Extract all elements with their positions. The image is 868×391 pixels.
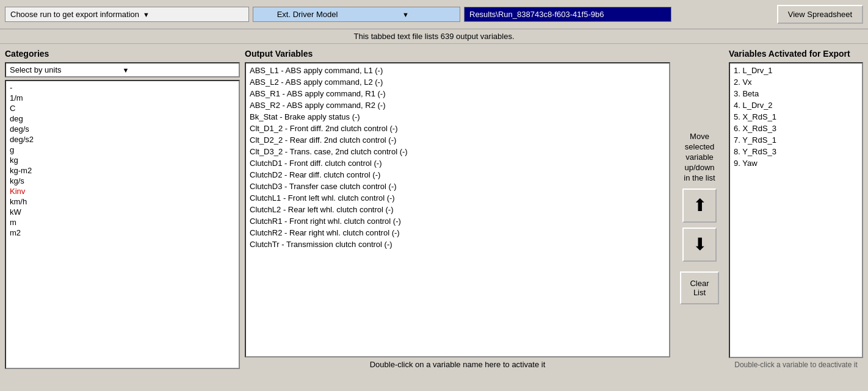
model-select-dropdown[interactable]: Ext. Driver Model ▼ xyxy=(253,7,460,22)
output-variables-title: Output Variables xyxy=(245,49,670,59)
list-item[interactable]: ClutchL2 - Rear left whl. clutch control… xyxy=(246,204,669,215)
down-arrow-icon: ⬇ xyxy=(693,234,707,254)
list-item[interactable]: ABS_R2 - ABS apply command, R2 (-) xyxy=(246,99,669,111)
list-item[interactable]: Kinv xyxy=(6,186,239,196)
info-bar: This tabbed text file lists 639 output v… xyxy=(0,29,868,44)
list-item[interactable]: deg/s xyxy=(6,124,239,134)
units-select-label: Select by units xyxy=(10,65,123,74)
list-item[interactable]: 9. Yaw xyxy=(730,157,862,169)
list-item[interactable]: ClutchTr - Transmission clutch control (… xyxy=(246,239,669,250)
export-variables-panel: Variables Activated for Export 1. L_Drv_… xyxy=(729,49,863,369)
list-item[interactable]: 1. L_Drv_1 xyxy=(730,65,862,76)
main-area: Categories Select by units ▼ -1/mCdegdeg… xyxy=(0,44,868,374)
list-item[interactable]: C xyxy=(6,103,239,113)
run-select-dropdown[interactable]: Choose run to get export information ▼ xyxy=(5,7,249,22)
list-item[interactable]: ClutchL1 - Front left whl. clutch contro… xyxy=(246,192,669,204)
list-item[interactable]: kg xyxy=(6,155,239,165)
list-item[interactable]: kW xyxy=(6,207,239,217)
list-item[interactable]: m xyxy=(6,217,239,228)
export-variables-list[interactable]: 1. L_Drv_12. Vx3. Beta4. L_Drv_25. X_RdS… xyxy=(729,62,863,358)
list-item[interactable]: 7. Y_RdS_1 xyxy=(730,134,862,146)
list-item[interactable]: m2 xyxy=(6,228,239,238)
categories-panel: Categories Select by units ▼ -1/mCdegdeg… xyxy=(5,49,240,369)
list-item[interactable]: 6. X_RdS_3 xyxy=(730,123,862,134)
list-item[interactable]: kg-m2 xyxy=(6,165,239,176)
list-item[interactable]: ABS_R1 - ABS apply command, R1 (-) xyxy=(246,88,669,99)
list-item[interactable]: deg/s2 xyxy=(6,134,239,145)
up-arrow-icon: ⬆ xyxy=(693,195,707,215)
list-item[interactable]: ABS_L2 - ABS apply command, L2 (-) xyxy=(246,76,669,88)
run-select-label: Choose run to get export information xyxy=(10,10,139,19)
list-item[interactable]: Bk_Stat - Brake apply status (-) xyxy=(246,111,669,123)
units-select-dropdown[interactable]: Select by units ▼ xyxy=(5,62,240,77)
list-item[interactable]: 3. Beta xyxy=(730,88,862,99)
list-item[interactable]: deg xyxy=(6,113,239,124)
move-up-button[interactable]: ⬆ xyxy=(682,188,717,223)
list-item[interactable]: 8. Y_RdS_3 xyxy=(730,146,862,157)
list-item[interactable]: ABS_L1 - ABS apply command, L1 (-) xyxy=(246,65,669,76)
run-select-arrow: ▼ xyxy=(143,11,244,18)
list-item[interactable]: km/h xyxy=(6,196,239,207)
export-variables-title: Variables Activated for Export xyxy=(729,49,863,59)
model-select-label: Ext. Driver Model xyxy=(258,10,356,19)
view-spreadsheet-button[interactable]: View Spreadsheet xyxy=(777,5,863,24)
list-item[interactable]: kg/s xyxy=(6,176,239,186)
list-item[interactable]: Clt_D2_2 - Rear diff. 2nd clutch control… xyxy=(246,134,669,146)
export-footer: Double-click a variable to deactivate it xyxy=(729,358,863,369)
top-bar: Choose run to get export information ▼ E… xyxy=(0,0,868,29)
list-item[interactable]: g xyxy=(6,145,239,155)
path-display: Results\Run_838743c8-f603-41f5-9b6 xyxy=(464,7,671,22)
move-down-button[interactable]: ⬇ xyxy=(682,228,717,262)
list-item[interactable]: Clt_D3_2 - Trans. case, 2nd clutch contr… xyxy=(246,146,669,157)
output-footer: Double-click on a variable name here to … xyxy=(245,357,670,369)
list-item[interactable]: 1/m xyxy=(6,93,239,103)
list-item[interactable]: 2. Vx xyxy=(730,76,862,88)
output-panel: Output Variables ABS_L1 - ABS apply comm… xyxy=(245,49,670,369)
output-variables-list[interactable]: ABS_L1 - ABS apply command, L1 (-)ABS_L2… xyxy=(245,62,670,357)
list-item[interactable]: ClutchD2 - Rear diff. clutch control (-) xyxy=(246,169,669,181)
list-item[interactable]: - xyxy=(6,82,239,93)
info-text: This tabbed text file lists 639 output v… xyxy=(353,32,514,41)
model-select-arrow: ▼ xyxy=(356,11,455,18)
list-item[interactable]: ClutchR2 - Rear right whl. clutch contro… xyxy=(246,227,669,239)
list-item[interactable]: ClutchD1 - Front diff. clutch control (-… xyxy=(246,157,669,169)
units-select-arrow: ▼ xyxy=(123,66,236,74)
list-item[interactable]: 5. X_RdS_1 xyxy=(730,111,862,123)
controls-panel: Moveselectedvariableup/downin the list ⬆… xyxy=(675,49,724,369)
list-item[interactable]: Clt_D1_2 - Front diff. 2nd clutch contro… xyxy=(246,123,669,134)
move-label: Moveselectedvariableup/downin the list xyxy=(684,132,715,183)
categories-list[interactable]: -1/mCdegdeg/sdeg/s2gkgkg-m2kg/sKinvkm/hk… xyxy=(5,80,240,369)
list-item[interactable]: 4. L_Drv_2 xyxy=(730,99,862,111)
list-item[interactable]: ClutchR1 - Front right whl. clutch contr… xyxy=(246,215,669,227)
categories-title: Categories xyxy=(5,49,240,59)
list-item[interactable]: ClutchD3 - Transfer case clutch control … xyxy=(246,181,669,192)
clear-list-button[interactable]: ClearList xyxy=(680,271,719,304)
